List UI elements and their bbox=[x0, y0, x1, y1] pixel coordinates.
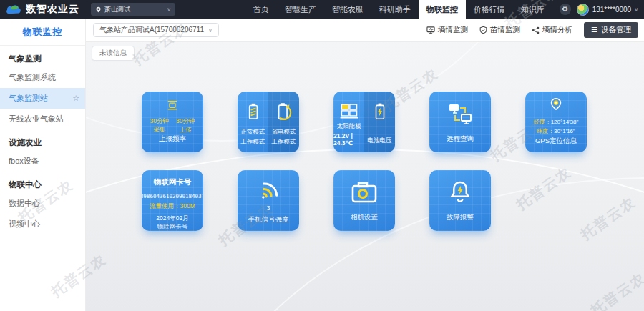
star-icon[interactable]: ☆ bbox=[72, 94, 79, 103]
sidebar-item-label: fbox设备 bbox=[9, 156, 39, 167]
device-select[interactable]: 气象站产品调试A(157000206711 ∨ bbox=[93, 23, 219, 37]
sidebar-item-wireless-station[interactable]: 无线农业气象站 bbox=[0, 109, 85, 129]
account-chevron-down-icon: ∨ bbox=[634, 6, 638, 13]
collect-interval: 30分钟 采集 bbox=[150, 117, 169, 135]
solar-panel-icon bbox=[338, 101, 360, 119]
settings-gear-icon[interactable]: ⚙ bbox=[560, 4, 571, 15]
sidebar-item-fbox[interactable]: fbox设备 bbox=[0, 151, 85, 172]
solar-panel-half[interactable]: 太阳能板 21.2V | 24.3℃ bbox=[333, 92, 364, 152]
battery-normal-icon bbox=[246, 101, 260, 122]
account-phone[interactable]: 131****0000 bbox=[592, 6, 632, 14]
nav-item-price-market[interactable]: 价格行情 bbox=[466, 0, 513, 19]
sidebar-item-label: 视频中心 bbox=[9, 219, 40, 229]
action-label: 墒情分析 bbox=[542, 25, 572, 35]
sim-title: 物联网卡号 bbox=[154, 177, 192, 187]
sidebar-item-weather-station[interactable]: 气象监测站 ☆ bbox=[0, 88, 85, 109]
upload-interval: 30分钟 上传 bbox=[176, 117, 195, 135]
card-title: 故障报警 bbox=[447, 213, 474, 222]
sidebar-item-label: 气象监测站 bbox=[9, 93, 48, 104]
battery-label: 电池电压 bbox=[368, 137, 392, 145]
remote-query-card[interactable]: 远程查询 bbox=[429, 92, 491, 152]
location-pin-icon bbox=[95, 6, 102, 13]
unread-info-tag[interactable]: 未读信息 bbox=[92, 46, 135, 61]
chevron-down-icon: ∨ bbox=[208, 27, 213, 34]
battery-voltage-icon bbox=[372, 101, 388, 122]
sim-usage: 流量使用：300M bbox=[150, 202, 195, 211]
sidebar-item-video-center[interactable]: 视频中心 bbox=[0, 214, 85, 235]
monitor-icon bbox=[426, 26, 435, 34]
nav-item-knowledge-base[interactable]: 知识库 bbox=[513, 0, 552, 19]
cards-row-2: 物联网卡号 89860436102090184037 流量使用：300M 202… bbox=[142, 170, 491, 231]
content-panel: 未读信息 30分钟 采集 30分钟 上传 bbox=[86, 41, 644, 311]
sidebar-item-data-center[interactable]: 数据中心 bbox=[0, 193, 85, 214]
card-title: 相机设置 bbox=[351, 213, 378, 222]
region-select-value: 萧山测试 bbox=[104, 5, 164, 14]
sim-month: 2024年02月 bbox=[156, 214, 188, 223]
topbar: 数智农业云 萧山测试 ∨ 首页 智慧生产 智能农服 科研助手 物联监控 价格行情… bbox=[0, 0, 644, 19]
device-select-value: 气象站产品调试A(157000206711 bbox=[99, 25, 204, 35]
solar-label: 太阳能板 bbox=[337, 122, 361, 131]
manage-button-label: 设备管理 bbox=[601, 25, 631, 35]
report-frequency-card[interactable]: 30分钟 采集 30分钟 上传 上报频率 bbox=[142, 92, 203, 152]
card-title: GPS定位信息 bbox=[535, 137, 577, 146]
gps-coordinates: 经度：120°14'38" 纬度：30°1'16" bbox=[534, 118, 579, 137]
battery-saving-icon bbox=[275, 101, 293, 122]
iot-sim-card[interactable]: 物联网卡号 89860436102090184037 流量使用：300M 202… bbox=[142, 170, 203, 231]
upload-interval-icon bbox=[161, 100, 184, 111]
mode-label: 工作模式 bbox=[241, 138, 265, 147]
soil-analysis-button[interactable]: 墒情分析 bbox=[532, 25, 572, 35]
app-title: 数智农业云 bbox=[26, 3, 79, 16]
top-navigation: 首页 智慧生产 智能农服 科研助手 物联监控 价格行情 知识库 bbox=[245, 0, 552, 19]
sidebar-item-weather-system[interactable]: 气象监测系统 bbox=[0, 67, 85, 88]
action-label: 苗情监测 bbox=[490, 25, 520, 35]
remote-monitors-icon bbox=[447, 103, 473, 126]
region-select[interactable]: 萧山测试 ∨ bbox=[91, 3, 175, 16]
main-area: 气象站产品调试A(157000206711 ∨ 墒情监测 苗情监测 bbox=[86, 19, 644, 311]
nav-item-smart-production[interactable]: 智慧生产 bbox=[277, 0, 324, 19]
seedling-monitoring-button[interactable]: 苗情监测 bbox=[479, 25, 520, 35]
battery-voltage-half[interactable]: 电池电压 bbox=[364, 92, 395, 152]
camera-settings-card[interactable]: 相机设置 bbox=[333, 170, 395, 231]
solar-value: 21.2V | 24.3℃ bbox=[333, 132, 364, 147]
nav-item-home[interactable]: 首页 bbox=[245, 0, 277, 19]
nav-item-research-assistant[interactable]: 科研助手 bbox=[371, 0, 419, 19]
sidebar-item-label: 无线农业气象站 bbox=[9, 114, 64, 124]
power-status-card: 太阳能板 21.2V | 24.3℃ 电池电压 bbox=[333, 92, 395, 152]
sidebar-item-label: 数据中心 bbox=[9, 198, 40, 209]
mode-label: 工作模式 bbox=[272, 138, 296, 147]
sidebar-group-weather: 气象监测 bbox=[0, 46, 85, 67]
header-actions: 墒情监测 苗情监测 墒情分析 ☰ 设备管理 bbox=[426, 22, 638, 38]
share-analysis-icon bbox=[532, 26, 540, 34]
menu-bars-icon: ☰ bbox=[591, 26, 597, 34]
saving-mode-half[interactable]: 省电模式 工作模式 bbox=[268, 92, 299, 152]
sidebar-group-iot-center: 物联中心 bbox=[0, 172, 85, 193]
mode-value: 正常模式 bbox=[241, 128, 265, 137]
sidebar: 物联监控 气象监测 气象监测系统 气象监测站 ☆ 无线农业气象站 设施农业 fb… bbox=[0, 19, 86, 311]
card-title: 上报频率 bbox=[159, 134, 186, 144]
card-title: 手机信号强度 bbox=[248, 215, 289, 224]
shield-icon bbox=[479, 26, 487, 34]
soil-monitoring-button[interactable]: 墒情监测 bbox=[426, 25, 468, 35]
mode-value: 省电模式 bbox=[272, 128, 296, 137]
main-header: 气象站产品调试A(157000206711 ∨ 墒情监测 苗情监测 bbox=[86, 19, 644, 41]
work-mode-card: 正常模式 工作模式 省电模式 工作模式 bbox=[238, 92, 299, 152]
sim-footer-label: 物联网卡号 bbox=[157, 223, 188, 231]
sidebar-title: 物联监控 bbox=[0, 19, 85, 46]
sidebar-item-label: 气象监测系统 bbox=[9, 72, 56, 83]
alarm-bell-icon bbox=[449, 180, 472, 204]
wifi-signal-icon bbox=[252, 175, 286, 209]
action-label: 墒情监测 bbox=[438, 25, 468, 35]
signal-level-value: 3 bbox=[266, 204, 270, 212]
normal-mode-half[interactable]: 正常模式 工作模式 bbox=[238, 92, 268, 152]
sidebar-group-facility: 设施农业 bbox=[0, 129, 85, 151]
nav-item-iot-monitoring[interactable]: 物联监控 bbox=[419, 0, 466, 19]
avatar[interactable] bbox=[577, 4, 589, 16]
fault-alarm-card[interactable]: 故障报警 bbox=[429, 170, 491, 231]
device-manage-button[interactable]: ☰ 设备管理 bbox=[584, 22, 638, 38]
nav-item-smart-service[interactable]: 智能农服 bbox=[324, 0, 371, 19]
gps-location-card[interactable]: 经度：120°14'38" 纬度：30°1'16" GPS定位信息 bbox=[525, 92, 587, 152]
cloud-leaf-logo-icon bbox=[6, 4, 21, 15]
location-pin-icon bbox=[546, 97, 566, 113]
sim-iccid: 89860436102090184037 bbox=[142, 193, 203, 199]
signal-strength-card[interactable]: 3 手机信号强度 bbox=[238, 170, 299, 231]
